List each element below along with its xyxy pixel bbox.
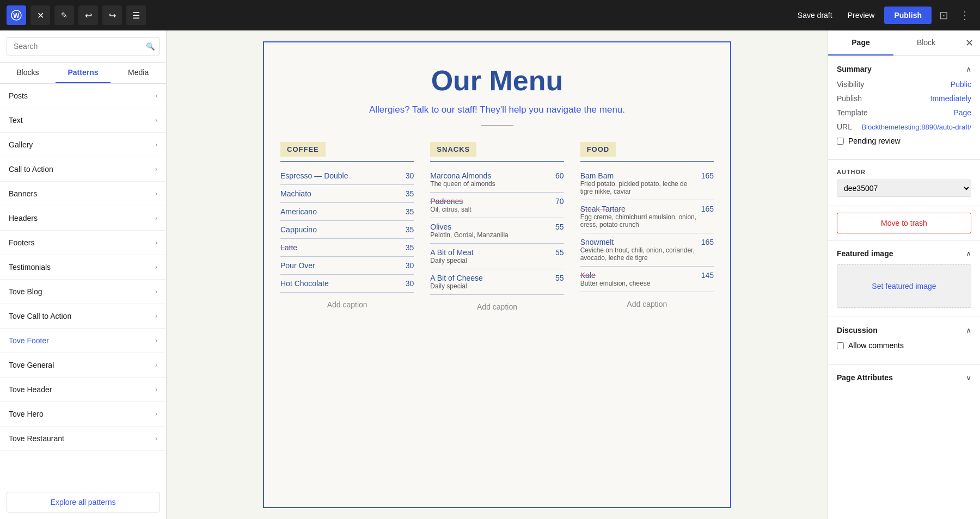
preview-button[interactable]: Preview [842,8,880,23]
sidebar-item-headers[interactable]: Headers › [0,206,166,231]
undo-button[interactable]: ↩ [78,5,98,25]
coffee-header: COFFEE [280,142,326,157]
list-item: Americano 35 [280,203,414,221]
add-caption-coffee[interactable]: Add caption [280,293,414,317]
tab-media[interactable]: Media [111,63,166,83]
menu-item-price: 165 [701,205,714,213]
url-label: URL [837,122,852,131]
sidebar-tabs: Blocks Patterns Media [0,63,166,84]
menu-item-name: Hot Chocolate [280,279,401,288]
sidebar-item-label: Tove Blog [9,287,42,296]
discussion-collapse-button[interactable]: ∧ [966,326,971,335]
pending-review-checkbox[interactable] [837,138,844,145]
sidebar-item-label: Tove Hero [9,410,44,418]
sidebar-item-label: Tove Footer [9,336,49,345]
sidebar-item-banners[interactable]: Banners › [0,182,166,206]
redo-icon: ↪ [109,10,116,21]
sidebar-item-label: Tove Header [9,385,52,394]
move-trash-section: Move to trash [828,206,980,240]
author-select[interactable]: dee35007 [837,180,971,197]
menu-item-desc: Daily special [430,257,551,264]
list-icon: ☰ [132,10,140,21]
list-item: Pour Over 30 [280,257,414,275]
featured-image-collapse-button[interactable]: ∧ [966,249,971,258]
search-input[interactable] [7,37,160,55]
right-tab-block[interactable]: Block [893,30,959,55]
list-item: Marcona Almonds The queen of almonds 60 [430,167,564,193]
sidebar-item-gallery[interactable]: Gallery › [0,133,166,157]
menu-item-price: 70 [555,197,564,206]
sidebar-item-label: Call to Action [9,165,53,174]
snacks-header: SNACKS [430,142,476,157]
save-draft-button[interactable]: Save draft [792,8,838,23]
topbar: W ✕ ✎ ↩ ↪ ☰ Save draft Preview Publish ⊡… [0,0,980,30]
sidebar-item-tove-hero[interactable]: Tove Hero › [0,402,166,427]
featured-image-title: Featured image [837,249,893,258]
allow-comments-checkbox[interactable] [837,342,844,349]
sidebar-item-tove-call-to-action[interactable]: Tove Call to Action › [0,304,166,329]
list-view-button[interactable]: ☰ [126,5,146,25]
settings-button[interactable]: ⊡ [936,5,952,25]
close-button[interactable]: ✕ [30,5,50,25]
redo-button[interactable]: ↪ [102,5,122,25]
right-tab-page[interactable]: Page [828,30,893,55]
menu-item-price: 35 [406,225,414,234]
tab-blocks[interactable]: Blocks [0,63,56,83]
menu-item-price: 30 [406,171,414,180]
page-attributes-title: Page Attributes [837,373,893,382]
explore-all-patterns-button[interactable]: Explore all patterns [7,492,160,512]
template-label: Template [837,108,868,117]
menu-item-name: Kale [580,271,697,280]
menu-item-name: Snowmelt [580,238,697,246]
set-featured-image-label[interactable]: Set featured image [872,282,936,291]
list-item: Latte 35 [280,239,414,257]
sidebar-item-tove-footer[interactable]: Tove Footer › [0,329,166,353]
edit-button[interactable]: ✎ [54,5,74,25]
tab-patterns[interactable]: Patterns [56,63,111,83]
publish-button[interactable]: Publish [884,7,932,24]
add-caption-snacks[interactable]: Add caption [430,295,564,319]
wp-logo[interactable]: W [7,5,26,25]
menu-item-desc: The queen of almonds [430,180,551,188]
sidebar-item-label: Banners [9,189,37,198]
sidebar-item-tove-restaurant[interactable]: Tove Restaurant › [0,427,166,451]
right-sidebar: Page Block ✕ Summary ∧ Visibility Public… [828,30,980,519]
move-to-trash-button[interactable]: Move to trash [837,213,971,233]
search-icon-button[interactable]: 🔍 [146,42,155,51]
sidebar-item-call-to-action[interactable]: Call to Action › [0,157,166,182]
add-caption-food[interactable]: Add caption [580,292,714,316]
sidebar-item-label: Footers [9,238,34,247]
chevron-right-icon: › [155,312,157,320]
menu-item-name: Steak Tartare [580,205,697,213]
discussion-section: Discussion ∧ Allow comments [828,317,980,364]
publish-value[interactable]: Immediately [930,94,971,103]
author-label: AUTHOR [837,169,971,175]
chevron-right-icon: › [155,410,157,418]
menu-item-desc: Pelotin, Gordal, Manzanilla [430,231,551,239]
sidebar-item-text[interactable]: Text › [0,108,166,133]
food-column: FOOD Bam Bam Fried potato, pickled potat… [580,142,714,319]
menu-item-price: 30 [406,279,414,288]
svg-text:W: W [13,12,20,20]
sidebar-item-tove-blog[interactable]: Tove Blog › [0,280,166,304]
sidebar-item-footers[interactable]: Footers › [0,231,166,255]
featured-image-placeholder[interactable]: Set featured image [837,264,971,308]
sidebar-item-tove-header[interactable]: Tove Header › [0,378,166,402]
template-value[interactable]: Page [953,108,971,117]
sidebar-item-tove-general[interactable]: Tove General › [0,353,166,378]
featured-image-section: Featured image ∧ Set featured image [828,240,980,317]
list-item: A Bit of Meat Daily special 55 [430,244,564,269]
sidebar-item-testimonials[interactable]: Testimonials › [0,255,166,280]
visibility-value[interactable]: Public [951,80,971,89]
menu-item-name: Olives [430,223,551,231]
page-frame: Our Menu Allergies? Talk to our staff! T… [263,41,731,508]
menu-item-name: Espresso — Double [280,171,401,180]
sidebar-item-posts[interactable]: Posts › [0,84,166,108]
page-attributes-collapse-button[interactable]: ∨ [966,373,971,382]
url-value[interactable]: Blockthemetesting:8890/auto-draft/ [861,123,971,131]
chevron-right-icon: › [155,435,157,442]
canvas-area[interactable]: Our Menu Allergies? Talk to our staff! T… [167,30,828,519]
more-button[interactable]: ⋮ [956,5,973,25]
summary-collapse-button[interactable]: ∧ [966,65,971,73]
right-close-button[interactable]: ✕ [959,30,980,55]
